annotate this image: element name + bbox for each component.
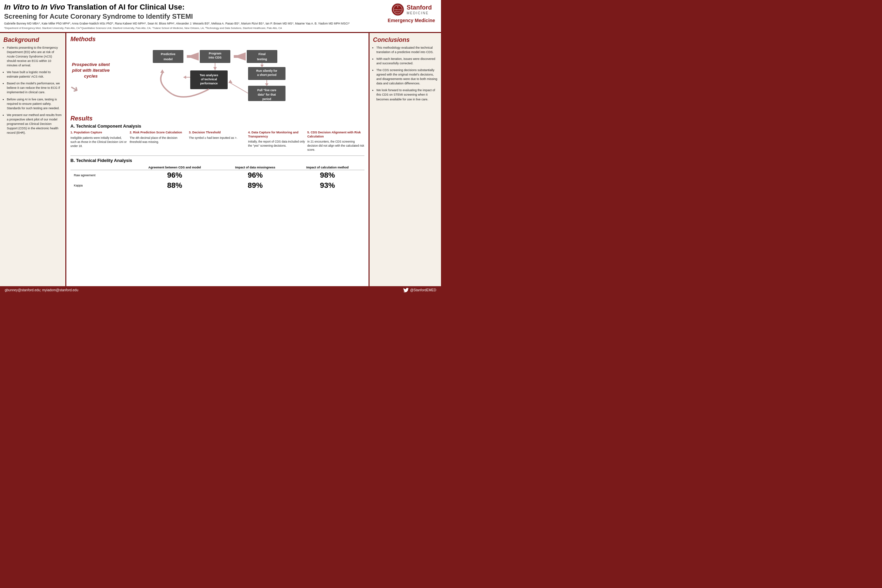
flow-svg: Predictive model Program into CDS bbox=[111, 45, 364, 113]
tech-col-5-body: In 21 encounters, the CDS screening deci… bbox=[307, 140, 364, 152]
tech-col-1-title: 1. Population Capture bbox=[70, 130, 128, 135]
svg-text:testing: testing bbox=[257, 57, 267, 61]
footer-email: gbunney@stanford.edu; myiadom@stanford.e… bbox=[5, 288, 78, 292]
tech-col-2-body: The 4th decimal place of the decision th… bbox=[130, 136, 187, 144]
footer: gbunney@stanford.edu; myiadom@stanford.e… bbox=[0, 286, 441, 294]
fidelity-section: B. Technical Fidelity Analysis Agreement… bbox=[70, 156, 364, 190]
tech-col-3-body: The symbol ≥ had been inputted as >. bbox=[189, 136, 246, 140]
fidelity-th-2: Impact of data missingness bbox=[220, 165, 291, 170]
panel-conclusions: Conclusions This methodology evaluated t… bbox=[369, 33, 441, 286]
conclusions-body: This methodology evaluated the technical… bbox=[373, 46, 438, 102]
background-list: Patients presenting to the Emergency Dep… bbox=[3, 46, 62, 135]
fidelity-title: B. Technical Fidelity Analysis bbox=[70, 158, 364, 163]
fidelity-row2-col2: 89% bbox=[220, 180, 291, 190]
svg-text:Program: Program bbox=[208, 52, 221, 55]
flow-svg-area: Predictive model Program into CDS bbox=[111, 45, 364, 114]
twitter-handle: @StanfordEMED bbox=[410, 288, 436, 292]
header-left: In Vitro to In Vivo Translation of AI fo… bbox=[4, 3, 382, 30]
svg-text:Two analyses: Two analyses bbox=[200, 74, 219, 77]
stanford-name-text: Stanford MEDICINE bbox=[406, 4, 432, 15]
header-right: S STANFORD UNIVERSITY Stanford MEDICINE … bbox=[382, 3, 437, 24]
list-item: With each iteration, issues were discove… bbox=[376, 57, 438, 66]
panel-methods: Methods Prospective silent pilot with it… bbox=[66, 33, 369, 286]
panel-background: Background Patients presenting to the Em… bbox=[0, 33, 66, 286]
fidelity-row1-label: Raw agreement bbox=[70, 170, 129, 181]
tech-col-4-body: Initially, the report of CDS data includ… bbox=[248, 140, 305, 148]
svg-text:Pull "live care: Pull "live care bbox=[257, 88, 276, 92]
list-item: Based on the model's performance, we bel… bbox=[7, 81, 62, 94]
svg-rect-15 bbox=[247, 50, 278, 63]
conclusions-list: This methodology evaluated the technical… bbox=[373, 46, 438, 102]
header: In Vitro to In Vivo Translation of AI fo… bbox=[0, 0, 441, 33]
svg-text:data" for that: data" for that bbox=[258, 93, 276, 96]
results-title: Results bbox=[70, 115, 364, 122]
tech-col-2-title: 2. Risk Prediction Score Calculation bbox=[130, 130, 187, 135]
results-subtitle-a: A. Technical Component Analysis bbox=[70, 123, 364, 129]
table-row: Raw agreement 96% 96% 98% bbox=[70, 170, 364, 181]
svg-text:into CDS: into CDS bbox=[208, 56, 222, 59]
tech-col-3: 3. Decision Threshold The symbol ≥ had b… bbox=[189, 130, 246, 152]
affiliations: ᵃDepartment of Emergency Med, Stanford U… bbox=[4, 27, 382, 30]
fidelity-row2-label: Kappa bbox=[70, 180, 129, 190]
svg-marker-39 bbox=[183, 75, 186, 79]
tech-col-5: 5. CDS Decision Alignment with Risk Calc… bbox=[307, 130, 364, 152]
authors: Gabrielle Bunney MD MBAᵃ, Kate Miller Ph… bbox=[4, 22, 382, 26]
fidelity-row2-col3: 93% bbox=[290, 180, 364, 190]
list-item: This methodology evaluated the technical… bbox=[376, 46, 438, 54]
footer-twitter: @StanfordEMED bbox=[403, 288, 436, 292]
svg-rect-14 bbox=[234, 55, 246, 58]
svg-text:Final: Final bbox=[258, 52, 266, 56]
technical-grid: 1. Population Capture Ineligible patient… bbox=[70, 130, 364, 152]
svg-rect-9 bbox=[187, 55, 199, 58]
tech-col-1-body: Ineligible patients were initially inclu… bbox=[70, 136, 128, 148]
list-item: We have built a logistic model to estima… bbox=[7, 70, 62, 79]
poster: In Vitro to In Vivo Translation of AI fo… bbox=[0, 0, 441, 294]
svg-marker-34 bbox=[265, 83, 268, 86]
svg-text:Predictive: Predictive bbox=[160, 52, 175, 56]
title-main: In Vitro to In Vivo Translation of AI fo… bbox=[4, 3, 382, 12]
svg-rect-5 bbox=[153, 50, 183, 63]
emergency-medicine-text: Emergency Medicine bbox=[388, 18, 435, 24]
svg-text:model: model bbox=[164, 57, 173, 61]
stanford-seal-icon: S STANFORD UNIVERSITY bbox=[391, 3, 405, 16]
svg-text:UNIVERSITY: UNIVERSITY bbox=[395, 11, 401, 13]
svg-line-35 bbox=[230, 82, 248, 93]
svg-marker-37 bbox=[160, 69, 164, 73]
list-item: We look forward to evaluating the impact… bbox=[376, 88, 438, 101]
background-body: Patients presenting to the Emergency Dep… bbox=[3, 46, 62, 135]
fidelity-row1-col3: 98% bbox=[290, 170, 364, 181]
fidelity-th-blank bbox=[70, 165, 129, 170]
svg-text:performance: performance bbox=[200, 82, 218, 85]
table-row: Kappa 88% 89% 93% bbox=[70, 180, 364, 190]
fidelity-row1-col2: 96% bbox=[220, 170, 291, 181]
flow-diagram: Prospective silent pilot with iterative … bbox=[70, 45, 364, 113]
title-sub: Screening for Acute Coronary Syndrome to… bbox=[4, 12, 382, 20]
tech-col-1: 1. Population Capture Ineligible patient… bbox=[70, 130, 128, 152]
twitter-icon bbox=[403, 288, 409, 292]
svg-text:of technical: of technical bbox=[201, 78, 217, 81]
svg-marker-30 bbox=[213, 67, 217, 70]
background-title: Background bbox=[3, 36, 62, 44]
iterative-arrow-icon: ➜ bbox=[68, 81, 81, 96]
tech-col-4-title: 4. Data Capture for Monitoring and Trans… bbox=[248, 130, 305, 138]
list-item: We present our method and results from a… bbox=[7, 113, 62, 135]
iterative-label: Prospective silent pilot with iterative … bbox=[70, 45, 111, 94]
svg-marker-32 bbox=[260, 64, 264, 68]
fidelity-table: Agreement between CDS and model Impact o… bbox=[70, 165, 364, 190]
tech-col-5-title: 5. CDS Decision Alignment with Risk Calc… bbox=[307, 130, 364, 138]
main-content: Background Patients presenting to the Em… bbox=[0, 33, 441, 286]
list-item: The CDS screening decisions substantiall… bbox=[376, 68, 438, 86]
list-item: Before using AI in live care, testing is… bbox=[7, 98, 62, 111]
svg-text:STANFORD: STANFORD bbox=[394, 9, 402, 10]
conclusions-title: Conclusions bbox=[373, 36, 438, 44]
svg-text:period: period bbox=[262, 98, 271, 101]
svg-text:a short period: a short period bbox=[257, 73, 277, 76]
list-item: Patients presenting to the Emergency Dep… bbox=[7, 46, 62, 68]
fidelity-row2-col1: 88% bbox=[129, 180, 220, 190]
fidelity-th-3: Impact of calculation method bbox=[290, 165, 364, 170]
tech-col-2: 2. Risk Prediction Score Calculation The… bbox=[130, 130, 187, 152]
fidelity-row1-col1: 96% bbox=[129, 170, 220, 181]
svg-marker-36 bbox=[228, 80, 232, 83]
fidelity-th-1: Agreement between CDS and model bbox=[129, 165, 220, 170]
methods-title: Methods bbox=[70, 36, 364, 43]
